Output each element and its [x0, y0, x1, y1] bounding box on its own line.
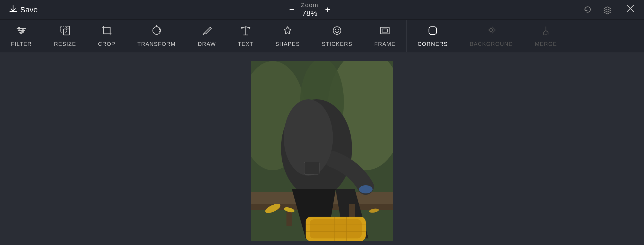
zoom-controls: − Zoom 78% + [287, 2, 332, 18]
tool-draw[interactable]: DRAW [187, 20, 227, 52]
stickers-icon [331, 25, 343, 38]
tool-filter[interactable]: FILTER [0, 20, 43, 52]
svg-point-30 [359, 185, 373, 193]
svg-point-15 [333, 27, 341, 34]
tool-group-edit: RESIZE CROP TRAN [43, 20, 187, 52]
close-button[interactable] [625, 4, 635, 16]
top-right-controls [582, 4, 635, 16]
tool-text[interactable]: TEXT [227, 20, 264, 52]
tool-group-basic: FILTER [0, 20, 43, 52]
tool-shapes[interactable]: SHAPES [264, 20, 311, 52]
save-label: Save [20, 5, 38, 14]
zoom-plus-button[interactable]: + [323, 4, 332, 15]
background-label: BACKGROUND [470, 41, 513, 47]
tool-transform[interactable]: TRANSFORM [126, 20, 186, 52]
tool-merge[interactable]: MERGE [524, 20, 568, 52]
toolbar: FILTER RESIZE CROP [0, 20, 644, 52]
svg-rect-7 [63, 29, 69, 35]
frame-icon [379, 25, 391, 38]
stickers-label: STICKERS [322, 41, 352, 47]
zoom-display: Zoom 78% [301, 2, 318, 18]
filter-icon [15, 25, 27, 38]
svg-point-17 [338, 29, 339, 30]
corners-icon [427, 25, 439, 38]
top-bar: Save − Zoom 78% + [0, 0, 644, 20]
merge-icon [540, 25, 552, 38]
svg-rect-29 [304, 162, 319, 174]
draw-icon [201, 25, 213, 38]
tool-group-create: DRAW TEXT SHAPES [187, 20, 407, 52]
save-icon [9, 4, 17, 15]
crop-icon [101, 25, 113, 38]
frame-label: FRAME [374, 41, 396, 47]
svg-rect-34 [310, 219, 362, 238]
svg-rect-19 [382, 29, 388, 32]
tool-group-advanced: CORNERS BACKGROUND MERGE [407, 20, 644, 52]
draw-label: DRAW [198, 41, 216, 47]
svg-rect-8 [104, 27, 110, 34]
filter-label: FILTER [11, 41, 32, 47]
shapes-label: SHAPES [275, 41, 300, 47]
shapes-icon [282, 25, 294, 38]
transform-icon [151, 25, 163, 38]
tool-resize[interactable]: RESIZE [43, 20, 87, 52]
tool-crop[interactable]: CROP [87, 20, 127, 52]
save-button[interactable]: Save [9, 4, 38, 15]
tool-frame[interactable]: FRAME [363, 20, 406, 52]
tool-corners[interactable]: CORNERS [407, 20, 459, 52]
corners-label: CORNERS [418, 41, 448, 47]
merge-label: MERGE [535, 41, 557, 47]
text-icon [240, 25, 252, 38]
text-label: TEXT [238, 41, 253, 47]
svg-point-13 [249, 27, 250, 29]
background-icon [485, 25, 497, 38]
tool-background[interactable]: BACKGROUND [459, 20, 524, 52]
photo-svg [251, 61, 393, 241]
zoom-value: 78% [302, 9, 317, 18]
transform-label: TRANSFORM [137, 41, 175, 47]
svg-point-16 [335, 29, 336, 30]
svg-rect-20 [429, 27, 437, 34]
tool-stickers[interactable]: STICKERS [311, 20, 363, 52]
zoom-minus-button[interactable]: − [287, 4, 297, 15]
zoom-label: Zoom [301, 2, 318, 9]
resize-icon [59, 25, 71, 38]
canvas-area [0, 52, 644, 245]
image-canvas [251, 61, 393, 241]
layers-button[interactable] [601, 4, 613, 16]
undo-button[interactable] [582, 4, 594, 16]
resize-label: RESIZE [54, 41, 76, 47]
crop-label: CROP [98, 41, 116, 47]
svg-point-14 [241, 27, 243, 29]
